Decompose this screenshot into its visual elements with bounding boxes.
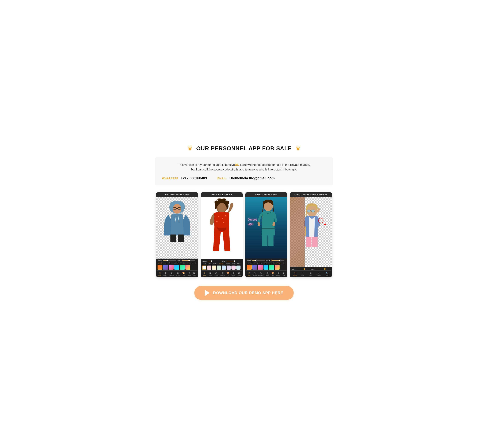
tool-eraser-4[interactable]: ✏ Eraser: [293, 271, 297, 276]
tool-saturation-1[interactable]: ◎ Saturation: [169, 271, 174, 276]
screenshot-white-bg: WHITE BACKGROUND: [201, 192, 243, 277]
download-button[interactable]: DOWNLOAD OUR DEMO APP HERE: [194, 286, 294, 300]
filter-1-6[interactable]: [185, 265, 190, 270]
tool-exposure-1[interactable]: ⊕ Exposure: [176, 271, 180, 276]
cat-desert-3[interactable]: DESERT: [257, 262, 262, 264]
tool-current-3[interactable]: ▣ Current: [282, 271, 285, 276]
contrast-icon-2: ◑: [208, 271, 212, 275]
size-slider-track[interactable]: [296, 269, 310, 269]
filter-3-5[interactable]: [269, 265, 274, 270]
swatch-blue[interactable]: [222, 265, 226, 270]
tool-row-1: ☀ Bright ◑ Contrast ◎ Saturation ⊕ Expos…: [157, 270, 197, 277]
cat-spiral-2[interactable]: SPIRAL: [232, 263, 236, 264]
tool-row-4: ✏ Eraser ✦ Magic ⟳ Lasso ↩ Restore: [291, 270, 331, 277]
tool-bright-2[interactable]: ☀ Bright: [203, 271, 206, 276]
filter-1-1[interactable]: [157, 265, 162, 270]
tool-current-2[interactable]: ▣ Current: [237, 271, 241, 276]
tool-original-3[interactable]: ⟲ Original: [276, 271, 280, 276]
cat-gate-3[interactable]: GATE: [282, 262, 285, 264]
tool-exposure-3[interactable]: ⊕ Exposure: [265, 271, 269, 276]
tool-contrast-3[interactable]: ◑ Contrast: [253, 271, 256, 276]
tool-contrast-2[interactable]: ◑ Contrast: [208, 271, 212, 276]
bright-icon-2: ☀: [203, 271, 206, 275]
tool-restore-4[interactable]: ↩ Restore: [317, 271, 321, 276]
cat-forest-3[interactable]: FOREST: [264, 262, 268, 264]
tool-bright-3[interactable]: ☀ Bright: [247, 271, 251, 276]
tool-saturation-2[interactable]: ◎ Saturation: [214, 271, 218, 276]
slider-track-1b[interactable]: [182, 260, 195, 261]
swatch-cyan[interactable]: [236, 265, 240, 270]
tool-row-3: ☀ Bright ◑ Contrast ◎ Saturation ⊕ Expos…: [246, 270, 287, 277]
tool-current-1[interactable]: ▣ Current: [193, 271, 196, 276]
tool-label-hue-1: Hue: [183, 275, 185, 276]
filter-3-2[interactable]: [252, 265, 257, 270]
filter-1-4[interactable]: [174, 265, 179, 270]
slider-track-3b[interactable]: [272, 260, 284, 261]
cat-city-1[interactable]: CITY: [164, 262, 167, 264]
slider-track-2[interactable]: [208, 261, 221, 261]
swatch-rose[interactable]: [232, 265, 236, 270]
tool-saturation-3[interactable]: ◎ Saturation: [258, 271, 263, 276]
filter-3-4[interactable]: [264, 265, 268, 270]
swatch-pink[interactable]: [207, 265, 211, 270]
cat-color-2[interactable]: COLOR: [219, 263, 223, 264]
whatsapp-value: +212 666768403: [181, 176, 207, 180]
cat-spiral-1[interactable]: SPIRAL: [187, 262, 191, 264]
filter-3-3[interactable]: [258, 265, 263, 270]
screenshot-ai-remove: AI REMOVE BACKGROUND: [156, 192, 198, 277]
tool-contrast-1[interactable]: ◑ Contrast: [163, 271, 167, 276]
slider-thumb-3: [255, 260, 256, 261]
cat-garden-3[interactable]: GARDEN: [270, 262, 275, 264]
slider-thumb-3b: [279, 260, 281, 261]
screenshot-label-3: CHANGE BACKGROUND: [245, 192, 287, 197]
svg-point-10: [217, 203, 226, 212]
screenshot-image-1: [156, 197, 198, 259]
cat-city-2[interactable]: CITY: [209, 263, 211, 264]
cat-spiral-3[interactable]: SPIRAL: [276, 262, 281, 264]
offset-slider-track[interactable]: [315, 269, 329, 269]
tool-original-2[interactable]: ⟲ Original: [232, 271, 235, 276]
screenshot-label-4: ERASER BACKGROUND MANUALLY: [290, 192, 332, 197]
cat-desert-2[interactable]: DESERT: [213, 263, 217, 264]
svg-point-12: [222, 218, 223, 219]
tool-label-lasso-4: Lasso: [309, 275, 312, 276]
cat-forest-1[interactable]: FOREST: [174, 262, 179, 264]
tool-hue-2[interactable]: 🎨 Hue: [227, 271, 230, 276]
screenshot-change-bg: CHANGE BACKGROUND Sweetape: [245, 192, 287, 277]
filter-1-3[interactable]: [169, 265, 174, 270]
toolbar-4: Size Offset ✏ Eraser: [290, 267, 332, 277]
cat-gate-1[interactable]: GATE: [193, 262, 196, 264]
cat-garden-1[interactable]: GARDEN: [181, 262, 185, 264]
cat-city-3[interactable]: CITY: [253, 262, 256, 264]
tool-magic-4[interactable]: ✦ Magic: [301, 271, 305, 276]
filter-row-1: [157, 264, 197, 270]
tool-hue-3[interactable]: 🎨 Hue: [271, 271, 275, 276]
contact-row: WHATSAPP +212 666768403 EMAIL Thememela.…: [162, 176, 326, 180]
cat-garden-2[interactable]: GARDEN: [225, 263, 230, 264]
cat-beach-1[interactable]: BEACH: [158, 262, 162, 264]
filter-3-6[interactable]: [275, 265, 280, 270]
cat-gate-2[interactable]: GATE: [237, 263, 240, 264]
person-svg-3: [245, 197, 287, 259]
swatch-yellow[interactable]: [212, 265, 216, 270]
slider-track-2b[interactable]: [227, 261, 240, 261]
cat-beach-2[interactable]: BEACH: [203, 263, 207, 264]
tool-zoom-4[interactable]: 🔍 Zoom: [325, 271, 329, 276]
tool-lasso-4[interactable]: ⟳ Lasso: [309, 271, 313, 276]
tool-exposure-2[interactable]: ⊕ Exposure: [220, 271, 225, 276]
tool-bright-1[interactable]: ☀ Bright: [158, 271, 162, 276]
tool-hue-1[interactable]: 🎨 Hue: [182, 271, 185, 276]
swatch-green[interactable]: [217, 265, 221, 270]
swatch-purple[interactable]: [227, 265, 231, 270]
tool-original-1[interactable]: ⟲ Original: [187, 271, 191, 276]
cat-desert-1[interactable]: DESERT: [168, 262, 173, 264]
filter-3-1[interactable]: [247, 265, 252, 270]
original-icon-3: ⟲: [276, 271, 280, 275]
filter-1-2[interactable]: [163, 265, 168, 270]
slider-track-3[interactable]: [252, 260, 265, 261]
screenshot-image-4: [290, 197, 332, 267]
filter-1-5[interactable]: [180, 265, 185, 270]
slider-track-1[interactable]: [163, 260, 176, 261]
swatch-white[interactable]: [202, 265, 206, 270]
cat-beach-3[interactable]: BEACH: [248, 262, 251, 264]
